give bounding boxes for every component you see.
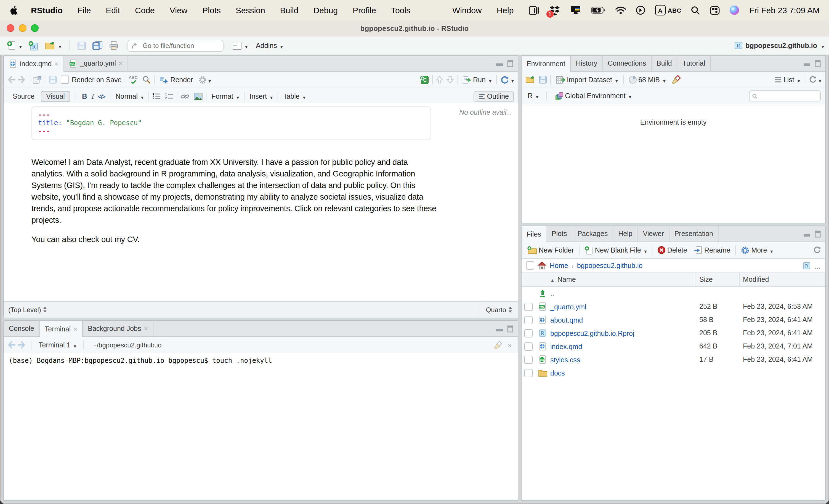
file-link[interactable]: _quarto.yml xyxy=(550,303,586,311)
tab-build[interactable]: Build xyxy=(652,56,678,71)
file-link[interactable]: styles.css xyxy=(550,356,580,364)
clear-terminal-broom-icon[interactable] xyxy=(494,341,503,349)
file-row[interactable]: about.qmd 58 B Feb 23, 2024, 6:41 AM xyxy=(521,313,825,326)
input-source-indicator[interactable]: A ABC xyxy=(655,5,681,15)
editor-canvas[interactable]: --- title: "Bogdan G. Popescu" --- Welco… xyxy=(4,103,455,302)
tab-environment[interactable]: Environment xyxy=(521,56,571,72)
file-link[interactable]: docs xyxy=(550,370,565,377)
zoom-window-button[interactable] xyxy=(31,24,39,32)
close-window-button[interactable] xyxy=(7,24,14,32)
column-header-size[interactable]: Size xyxy=(699,276,743,283)
menu-session[interactable]: Session xyxy=(236,5,265,15)
rerun-icon[interactable] xyxy=(500,75,510,84)
goto-file-search[interactable] xyxy=(128,39,223,51)
tab-console[interactable]: Console xyxy=(4,321,40,336)
yaml-metadata-block[interactable]: --- title: "Bogdan G. Popescu" --- xyxy=(32,107,431,140)
run-next-icon[interactable] xyxy=(446,76,454,84)
dropbox-icon[interactable]: 1 xyxy=(549,5,560,15)
file-type-selector[interactable]: Quarto xyxy=(480,302,518,318)
minimize-pane-icon[interactable] xyxy=(496,325,503,332)
maximize-pane-icon[interactable] xyxy=(815,60,821,67)
menu-help[interactable]: Help xyxy=(497,5,514,15)
menu-debug[interactable]: Debug xyxy=(313,5,337,15)
breadcrumb-project-link[interactable]: bgpopescu2.github.io xyxy=(577,262,643,269)
file-link[interactable]: .. xyxy=(550,290,554,298)
workspace-panes-button[interactable] xyxy=(231,39,249,51)
document-paragraph[interactable]: Welcome! I am Data Analyst, recent gradu… xyxy=(32,157,440,226)
tab-history[interactable]: History xyxy=(571,56,603,71)
tab-quarto-yml[interactable]: YML _quarto.yml xyxy=(64,56,128,71)
save-button[interactable] xyxy=(76,40,88,51)
sidecar-icon[interactable] xyxy=(529,6,539,14)
minimize-pane-icon[interactable] xyxy=(496,60,503,67)
close-tab-icon[interactable] xyxy=(119,60,122,67)
menu-profile[interactable]: Profile xyxy=(353,5,376,15)
menu-window[interactable]: Window xyxy=(452,5,482,15)
run-previous-icon[interactable] xyxy=(436,76,443,84)
back-icon[interactable] xyxy=(8,76,15,83)
format-menu[interactable]: Format xyxy=(210,90,241,102)
breadcrumb-home-link[interactable]: Home xyxy=(550,262,568,269)
project-selector[interactable]: R bgpopescu2.github.io xyxy=(734,41,824,50)
file-row[interactable]: YML _quarto.yml 252 B Feb 23, 2024, 6:53… xyxy=(521,300,825,313)
addins-button[interactable]: Addins xyxy=(254,39,285,51)
close-tab-icon[interactable] xyxy=(55,60,58,68)
terminal-back-icon[interactable] xyxy=(8,341,15,349)
goto-file-input[interactable] xyxy=(142,41,219,50)
tab-tutorial[interactable]: Tutorial xyxy=(678,56,711,71)
numbered-list-icon[interactable]: 12 xyxy=(165,93,173,100)
save-doc-icon[interactable] xyxy=(48,76,57,84)
tab-presentation[interactable]: Presentation xyxy=(670,226,719,241)
render-on-save-checkbox[interactable]: Render on Save xyxy=(61,76,122,84)
file-row[interactable]: index.qmd 642 B Feb 23, 2024, 7:01 AM xyxy=(521,340,825,353)
code-button[interactable]: </> xyxy=(96,93,107,100)
spotlight-icon[interactable] xyxy=(691,6,700,14)
memory-usage-button[interactable]: 68 MiB xyxy=(627,74,667,86)
select-all-checkbox[interactable] xyxy=(526,261,534,270)
new-file-button[interactable] xyxy=(5,39,24,51)
file-checkbox[interactable] xyxy=(524,369,532,377)
file-checkbox[interactable] xyxy=(524,342,532,350)
maximize-pane-icon[interactable] xyxy=(507,325,513,332)
new-project-button[interactable]: R xyxy=(26,39,40,51)
render-button[interactable]: Render xyxy=(157,75,194,85)
import-dataset-button[interactable]: Import Dataset xyxy=(554,74,619,86)
find-replace-icon[interactable] xyxy=(142,76,150,84)
run-button[interactable]: Run xyxy=(461,74,493,86)
file-row[interactable]: CSS styles.css 17 B Feb 23, 2024, 6:41 A… xyxy=(521,353,825,366)
render-settings-gear-icon[interactable] xyxy=(198,75,207,84)
display-input-icon[interactable] xyxy=(570,5,581,15)
forward-icon[interactable] xyxy=(17,76,25,83)
new-folder-button[interactable]: New Folder xyxy=(526,245,576,255)
file-link[interactable]: bgpopescu2.github.io.Rproj xyxy=(550,330,634,338)
file-checkbox[interactable] xyxy=(524,316,532,324)
refresh-environment-icon[interactable] xyxy=(809,76,817,84)
battery-icon[interactable] xyxy=(591,7,605,14)
table-menu[interactable]: Table xyxy=(282,90,307,102)
menu-edit[interactable]: Edit xyxy=(106,5,120,15)
new-blank-file-button[interactable]: New Blank File xyxy=(583,244,649,256)
maximize-pane-icon[interactable] xyxy=(815,230,821,237)
maximize-pane-icon[interactable] xyxy=(507,60,513,67)
open-file-button[interactable] xyxy=(43,39,63,51)
minimize-window-button[interactable] xyxy=(19,24,27,32)
menu-code[interactable]: Code xyxy=(135,5,155,15)
paragraph-style-select[interactable]: Normal xyxy=(114,90,145,102)
file-row[interactable]: R bgpopescu2.github.io.Rproj 205 B Feb 2… xyxy=(521,326,825,340)
clear-environment-broom-icon[interactable] xyxy=(672,75,681,84)
scope-selector[interactable]: (Top Level) xyxy=(4,306,47,313)
tab-background-jobs[interactable]: Background Jobs xyxy=(83,321,153,336)
refresh-files-icon[interactable] xyxy=(813,246,821,254)
save-all-button[interactable] xyxy=(91,40,104,51)
spellcheck-icon[interactable]: ABC xyxy=(129,76,138,84)
menu-bar-clock[interactable]: Fri Feb 23 7:09 AM xyxy=(749,5,820,15)
menu-view[interactable]: View xyxy=(170,5,188,15)
file-link[interactable]: index.qmd xyxy=(550,343,582,351)
path-overflow-button[interactable] xyxy=(814,261,821,270)
environment-scope-selector[interactable]: Global Environment xyxy=(553,90,633,102)
tab-index-qmd[interactable]: index.qmd xyxy=(4,56,64,72)
delete-file-button[interactable]: Delete xyxy=(656,245,689,255)
insert-menu[interactable]: Insert xyxy=(248,90,274,102)
save-workspace-icon[interactable] xyxy=(539,76,547,84)
home-icon[interactable] xyxy=(538,261,546,270)
